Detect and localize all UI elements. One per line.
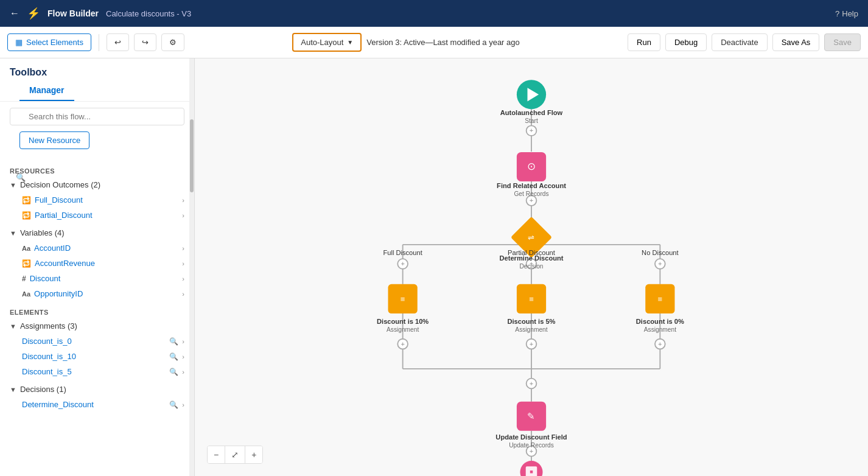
svg-text:No Discount: No Discount: [642, 249, 679, 256]
search-input[interactable]: [10, 108, 184, 125]
svg-text:⊙: ⊙: [527, 161, 536, 172]
sidebar-scrollbar[interactable]: [189, 58, 194, 476]
svg-text:Partial Discount: Partial Discount: [508, 249, 555, 256]
redo-button[interactable]: ↪: [134, 33, 156, 51]
loop-icon: 🔁: [22, 211, 31, 220]
loop-icon: 🔁: [22, 196, 31, 205]
main-layout: Toolbox Manager 🔍 New Resource RESOURCES…: [0, 58, 868, 476]
canvas[interactable]: + + + + +: [195, 58, 868, 476]
top-nav: ← ⚡ Flow Builder Calculate discounts - V…: [0, 0, 868, 27]
chevron-right-icon: ›: [182, 197, 184, 204]
decisions-group: ▼ Decisions (1) Determine_Discount 🔍 ›: [0, 382, 194, 415]
fit-button[interactable]: ⤢: [225, 446, 245, 463]
scrollbar-thumb[interactable]: [190, 119, 194, 192]
svg-text:+: +: [530, 380, 534, 387]
svg-text:⇌: ⇌: [528, 233, 535, 242]
svg-text:Assignment: Assignment: [515, 326, 547, 333]
svg-text:+: +: [401, 340, 405, 348]
chevron-right-icon: ›: [182, 245, 184, 252]
help-icon[interactable]: ? Help: [835, 9, 858, 18]
svg-text:+: +: [530, 340, 534, 348]
debug-button[interactable]: Debug: [665, 33, 707, 51]
list-item[interactable]: 🔁 AccountRevenue ›: [0, 256, 194, 271]
auto-layout-button[interactable]: Auto-Layout ▼: [292, 33, 362, 52]
list-item[interactable]: Aa AccountID ›: [0, 240, 194, 256]
list-item[interactable]: # Discount ›: [0, 271, 194, 286]
svg-text:Discount is 0%: Discount is 0%: [636, 318, 684, 325]
svg-text:+: +: [530, 127, 534, 134]
elements-label: ELEMENTS: [0, 304, 194, 318]
svg-text:Full Discount: Full Discount: [383, 249, 422, 256]
list-item[interactable]: 🔁 Partial_Discount ›: [0, 208, 194, 223]
chevron-down-icon: ▼: [10, 386, 16, 393]
chevron-right-icon: ›: [182, 338, 184, 345]
toolbar-divider-1: [99, 34, 99, 51]
search-wrapper: 🔍: [0, 102, 194, 131]
resources-label: RESOURCES: [0, 163, 194, 177]
svg-text:Autolaunched Flow: Autolaunched Flow: [500, 109, 563, 116]
list-item[interactable]: 🔁 Full_Discount ›: [0, 192, 194, 208]
text-var-icon: Aa: [22, 245, 30, 252]
toolbar: ▦ Select Elements ↩ ↪ ⚙ Auto-Layout ▼ Ve…: [0, 27, 868, 58]
svg-text:Decision: Decision: [519, 263, 543, 270]
svg-text:■: ■: [530, 469, 533, 475]
svg-text:Start: Start: [525, 117, 538, 124]
svg-text:Update Discount Field: Update Discount Field: [495, 433, 567, 441]
svg-text:+: +: [401, 260, 405, 267]
chevron-right-icon: ›: [182, 275, 184, 282]
logo-icon: ⚡: [27, 7, 40, 20]
version-text: Version 3: Active—Last modified a year a…: [366, 38, 519, 47]
run-button[interactable]: Run: [628, 33, 660, 51]
zoom-out-button[interactable]: −: [208, 446, 225, 463]
canvas-controls: − ⤢ +: [207, 446, 263, 464]
svg-text:Discount is 5%: Discount is 5%: [507, 318, 555, 325]
search-icon-small[interactable]: 🔍: [169, 352, 178, 361]
new-resource-button[interactable]: New Resource: [19, 131, 89, 149]
search-icon: 🔍: [16, 173, 26, 182]
chevron-right-icon: ›: [182, 368, 184, 376]
svg-text:≡: ≡: [658, 295, 663, 304]
decision-outcomes-header[interactable]: ▼ Decision Outcomes (2): [0, 177, 194, 192]
deactivate-button[interactable]: Deactivate: [712, 33, 767, 51]
svg-text:Assignment: Assignment: [387, 326, 419, 333]
decision-outcomes-group: ▼ Decision Outcomes (2) 🔁 Full_Discount …: [0, 177, 194, 225]
svg-text:Discount is 10%: Discount is 10%: [377, 318, 429, 325]
save-button[interactable]: Save: [824, 33, 861, 51]
svg-text:Update Records: Update Records: [509, 442, 554, 449]
sidebar-title: Toolbox: [0, 58, 194, 80]
select-elements-button[interactable]: ▦ Select Elements: [7, 33, 91, 51]
decisions-header[interactable]: ▼ Decisions (1): [0, 382, 194, 397]
save-as-button[interactable]: Save As: [772, 33, 820, 51]
svg-text:✎: ✎: [528, 411, 536, 421]
zoom-in-button[interactable]: +: [245, 446, 262, 463]
sidebar: Toolbox Manager 🔍 New Resource RESOURCES…: [0, 58, 195, 476]
app-title: Flow Builder: [47, 9, 99, 18]
list-item[interactable]: Discount_is_5 🔍 ›: [0, 364, 194, 379]
assignments-header[interactable]: ▼ Assignments (3): [0, 318, 194, 334]
variables-header[interactable]: ▼ Variables (4): [0, 225, 194, 240]
chevron-down-icon: ▼: [10, 181, 16, 189]
chevron-down-icon: ▼: [10, 229, 16, 237]
chevron-right-icon: ›: [182, 260, 184, 267]
search-icon-small[interactable]: 🔍: [169, 368, 178, 376]
chevron-right-icon: ›: [182, 401, 184, 408]
chevron-right-icon: ›: [182, 212, 184, 219]
select-elements-icon: ▦: [15, 38, 23, 47]
back-button[interactable]: ←: [10, 8, 19, 19]
search-icon-small[interactable]: 🔍: [169, 337, 178, 346]
settings-button[interactable]: ⚙: [161, 33, 184, 51]
manager-tab[interactable]: Manager: [19, 83, 74, 101]
svg-text:Find Related Account: Find Related Account: [497, 182, 566, 189]
list-item[interactable]: Aa OpportunityID ›: [0, 286, 194, 301]
undo-button[interactable]: ↩: [107, 33, 129, 51]
svg-text:+: +: [658, 340, 662, 348]
list-item[interactable]: Discount_is_10 🔍 ›: [0, 349, 194, 364]
svg-text:+: +: [658, 260, 662, 267]
text-var-icon-2: Aa: [22, 290, 30, 298]
list-item[interactable]: Determine_Discount 🔍 ›: [0, 397, 194, 412]
search-icon-small[interactable]: 🔍: [169, 401, 178, 409]
list-item[interactable]: Discount_is_0 🔍 ›: [0, 334, 194, 349]
assignments-group: ▼ Assignments (3) Discount_is_0 🔍 › Disc…: [0, 318, 194, 382]
svg-text:≡: ≡: [529, 295, 534, 304]
number-var-icon: #: [22, 275, 26, 283]
